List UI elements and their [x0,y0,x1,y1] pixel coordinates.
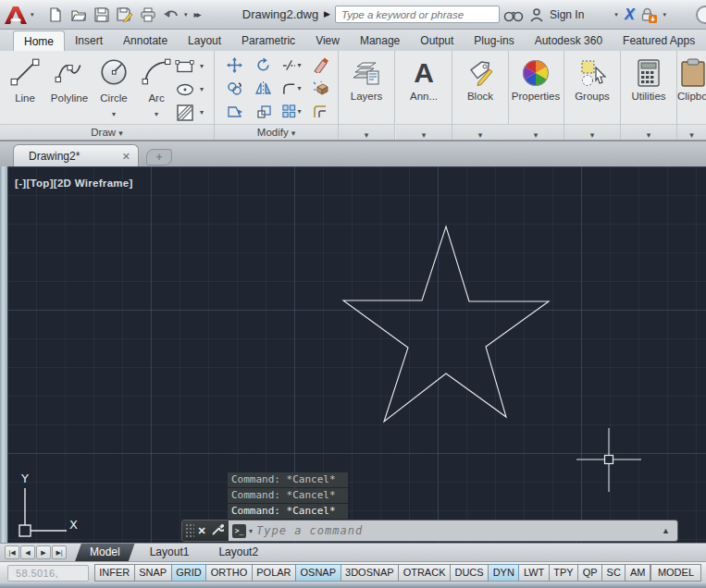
toggle-lwt[interactable]: LWT [519,564,549,582]
fillet-button[interactable]: ▾ [278,77,306,100]
command-prompt-icon[interactable]: >_ [232,524,246,538]
toggle-otrack[interactable]: OTRACK [399,564,451,582]
groups-expand-icon[interactable] [564,124,620,140]
mirror-button[interactable] [249,77,278,100]
toggle-osnap[interactable]: OSNAP [296,564,341,582]
star-polyline[interactable] [343,227,549,422]
toggle-ortho[interactable]: ORTHO [206,564,253,582]
circle-tool-button[interactable]: Circle [93,53,135,123]
trim-button[interactable]: ▾ [278,54,306,77]
open-button[interactable] [68,4,89,25]
tab-layout[interactable]: Layout [178,31,231,51]
tab-view[interactable]: View [305,31,350,51]
toggle-infer[interactable]: INFER [94,564,135,582]
hatch-dropdown-icon[interactable]: ▾ [198,108,204,116]
undo-dropdown-icon[interactable]: ▾ [183,11,189,18]
tab-output[interactable]: Output [410,31,464,51]
tab-model[interactable]: Model [75,544,135,562]
groups-panel-button[interactable]: Groups [564,51,621,140]
circle-dropdown-icon[interactable] [93,104,135,120]
move-button[interactable] [220,54,249,77]
tab-insert[interactable]: Insert [65,31,113,51]
drawing-canvas[interactable]: [-][Top][2D Wireframe] Y X Command: *Can… [7,166,706,543]
offset-button[interactable] [306,100,335,123]
exchange-apps-icon[interactable]: X [625,6,635,23]
erase-button[interactable] [306,54,335,77]
search-history-arrow-icon[interactable]: ▶ [324,9,330,18]
array-dropdown-icon[interactable]: ▾ [296,107,301,116]
clipboard-panel-button[interactable]: Clipboard [677,51,706,140]
fillet-dropdown-icon[interactable]: ▾ [296,84,301,92]
toggle-qp[interactable]: QP [578,564,602,582]
search-input[interactable] [341,9,499,20]
tab-featured-apps[interactable]: Featured Apps [613,31,705,51]
stay-connected-icon[interactable] [640,6,657,23]
polyline-tool-button[interactable]: Polyline [48,53,91,123]
toggle-grid[interactable]: GRID [172,564,207,582]
tab-layout2[interactable]: Layout2 [204,544,273,562]
modify-panel-footer[interactable]: Modify [215,124,338,140]
rectangle-dropdown-icon[interactable]: ▾ [198,62,204,70]
toggle-tpy[interactable]: TPY [550,564,578,582]
command-bar-customize-icon[interactable] [209,522,226,539]
save-as-button[interactable] [114,4,135,25]
tab-manage[interactable]: Manage [350,31,410,51]
coordinates-display[interactable]: 58.5016, 12.2133, 0.0000 [7,565,89,582]
utilities-expand-icon[interactable] [621,124,676,140]
tab-nav-first-icon[interactable]: |◀ [5,545,19,559]
toggle-polar[interactable]: POLAR [253,564,296,582]
file-tab-drawing2[interactable]: Drawing2* ✕ [13,144,139,167]
command-bar-grip-handle[interactable] [185,523,194,538]
tab-layout1[interactable]: Layout1 [135,544,204,562]
tab-parametric[interactable]: Parametric [231,31,305,51]
tab-nav-next-icon[interactable]: ▶ [36,545,51,559]
tab-nav-prev-icon[interactable]: ◀ [20,545,35,559]
model-space-button[interactable]: MODEL [650,564,701,582]
properties-expand-icon[interactable] [508,124,564,140]
annotation-panel-button[interactable]: A Ann... [396,51,452,140]
tab-home[interactable]: Home [13,31,65,51]
array-button[interactable]: ▾ [278,100,306,123]
command-bar-close-icon[interactable]: ✕ [194,525,209,537]
copy-button[interactable] [220,77,249,100]
app-menu-button[interactable]: ▾ [4,2,37,27]
scale-button[interactable] [249,100,278,123]
rotate-button[interactable] [249,54,278,77]
connect-dropdown-icon[interactable]: ▾ [663,11,668,18]
tab-plugins[interactable]: Plug-ins [464,31,524,51]
new-drawing-tab-button[interactable]: + [146,149,172,165]
toggle-snap[interactable]: SNAP [135,564,172,582]
tab-annotate[interactable]: Annotate [113,31,178,51]
file-tab-close-icon[interactable]: ✕ [122,151,130,163]
command-input[interactable] [256,524,662,537]
new-button[interactable] [44,4,66,25]
toggle-dyn[interactable]: DYN [489,564,519,582]
plot-button[interactable] [137,4,158,25]
line-tool-button[interactable]: Line [4,53,46,123]
ellipse-tool-button[interactable] [172,79,198,100]
command-history-toggle-icon[interactable]: ▲ [662,526,677,535]
toggle-ducs[interactable]: DUCS [451,564,489,582]
ellipse-dropdown-icon[interactable]: ▾ [198,85,204,93]
hatch-tool-button[interactable] [172,102,198,123]
layers-panel-button[interactable]: Layers [339,51,395,140]
draw-panel-footer[interactable]: Draw [0,124,214,140]
stretch-button[interactable] [220,100,249,123]
layers-expand-icon[interactable] [339,124,394,140]
save-button[interactable] [91,4,112,25]
toggle-3dosnap[interactable]: 3DOSNAP [341,564,400,582]
command-prompt-dropdown-icon[interactable]: ▾ [246,527,256,535]
tab-autodesk360[interactable]: Autodesk 360 [525,31,613,51]
utilities-panel-button[interactable]: Utilities [621,51,677,140]
annotation-expand-icon[interactable] [396,124,452,140]
toggle-am[interactable]: AM [625,564,650,582]
sign-in-dropdown-icon[interactable]: ▾ [613,11,619,18]
undo-button[interactable] [160,4,181,25]
search-binoculars-icon[interactable] [503,7,524,22]
block-panel-button[interactable]: Block [452,51,509,140]
qat-expand-icon[interactable]: ▸▸ [194,9,200,19]
sign-in-button[interactable]: Sign In [550,8,584,21]
explode-button[interactable] [306,77,335,100]
help-icon[interactable] [696,6,706,24]
properties-panel-button[interactable]: Properties [508,51,564,140]
